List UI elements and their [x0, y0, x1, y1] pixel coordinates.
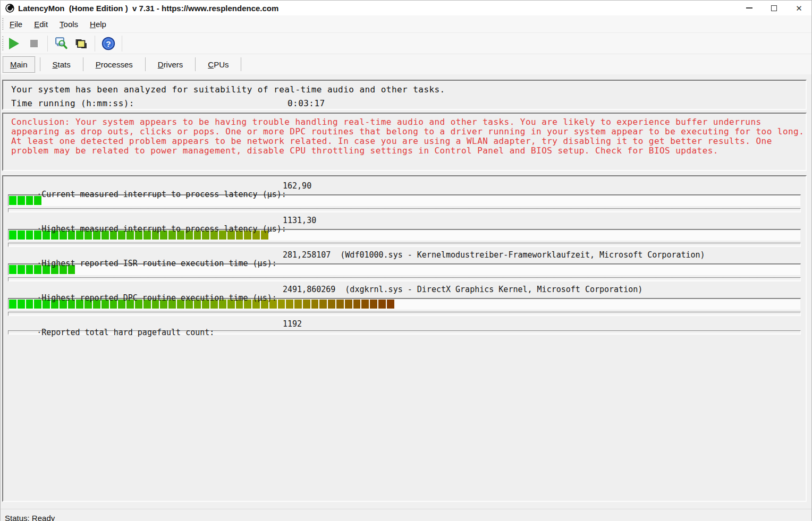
meter-value: 281,258107: [283, 251, 331, 259]
toolbar-separator: [95, 36, 95, 52]
conclusion-text: Conclusion: Your system appears to be ha…: [11, 117, 806, 127]
stop-monitor-button[interactable]: [24, 35, 44, 53]
latencymon-window: LatencyMon (Home Edition ) v 7.31 - http…: [0, 0, 812, 521]
meter-secondary-bar: [8, 243, 801, 247]
question-mark-icon: ?: [102, 37, 115, 50]
window-controls: ✕: [737, 1, 811, 15]
copy-windows-icon: [74, 37, 88, 50]
close-button[interactable]: ✕: [786, 1, 811, 15]
app-icon: [5, 4, 14, 13]
tab-separator: [40, 57, 40, 71]
status-text: Status: Ready: [5, 514, 55, 521]
conclusion-text: At least one detected problem appears to…: [11, 136, 806, 146]
conclusion-text: problem may be related to power manageme…: [11, 146, 806, 156]
minimize-icon: [746, 7, 752, 8]
meter-label-row: ·Highest measured interrupt to process l…: [8, 216, 801, 225]
meter-label-row: ·Reported total hard pagefault count: 11…: [8, 320, 801, 328]
conclusion-panel: Conclusion: Your system appears to be ha…: [2, 113, 807, 171]
start-monitor-button[interactable]: [4, 35, 23, 53]
meter-row: ·Highest reported DPC routine execution …: [8, 285, 801, 316]
bullet-icon: ·: [37, 190, 41, 199]
time-running-label: Time running (h:mm:ss):: [11, 98, 134, 108]
maximize-icon: [771, 5, 777, 11]
play-icon: [9, 38, 19, 49]
meter-secondary-bar: [8, 312, 801, 316]
toolbar-gripper: [2, 36, 4, 50]
meter-value: 1192: [283, 320, 302, 328]
menu-bar: File Edit Tools Help: [1, 15, 811, 33]
status-bar: Status: Ready: [1, 509, 811, 521]
meter-label-row: ·Current measured interrupt to process l…: [8, 182, 801, 190]
meter-label: Current measured interrupt to process la…: [41, 190, 286, 199]
svg-text:?: ?: [106, 39, 111, 48]
minimize-button[interactable]: [737, 1, 762, 15]
meter-label: Highest reported ISR routine execution t…: [41, 259, 277, 268]
analysis-info-panel: Your system has been analyzed for suitab…: [2, 80, 807, 110]
meter-value: 2491,860269: [283, 285, 335, 294]
tab-separator: [145, 57, 146, 71]
toolbar: ?: [1, 33, 811, 54]
meter-label-row: ·Highest reported DPC routine execution …: [8, 285, 801, 294]
tab-cpus[interactable]: CPUs: [200, 56, 236, 73]
meters-panel: ·Current measured interrupt to process l…: [2, 175, 807, 502]
tab-main[interactable]: Main: [3, 56, 35, 73]
title-bar: LatencyMon (Home Edition ) v 7.31 - http…: [1, 1, 811, 15]
tab-separator: [83, 57, 83, 71]
meter-label: Highest reported DPC routine execution t…: [41, 293, 277, 303]
maximize-button[interactable]: [762, 1, 786, 15]
time-running-value: 0:03:17: [287, 98, 325, 109]
conclusion-text: appearing as drop outs, clicks or pops. …: [11, 127, 806, 136]
meter-driver-detail: (Wdf01000.sys - Kernelmodustreiber-Frame…: [340, 251, 705, 259]
meter-row: ·Highest measured interrupt to process l…: [8, 216, 801, 247]
stop-icon: [30, 40, 38, 47]
tab-stats[interactable]: Stats: [45, 56, 78, 73]
help-button[interactable]: ?: [99, 35, 118, 53]
window-title: LatencyMon (Home Edition ) v 7.31 - http…: [18, 4, 278, 13]
meter-row: ·Current measured interrupt to process l…: [8, 182, 801, 212]
meter-label: Highest measured interrupt to process la…: [41, 224, 286, 234]
meter-row: ·Reported total hard pagefault count: 11…: [8, 320, 801, 335]
menu-item-edit[interactable]: Edit: [28, 17, 54, 31]
menu-item-help[interactable]: Help: [84, 17, 112, 31]
main-tab-content: Your system has been analyzed for suitab…: [1, 80, 811, 509]
tab-bar: Main Stats Processes Drivers CPUs: [1, 54, 811, 74]
meter-value: 162,90: [283, 182, 311, 190]
menu-item-tools[interactable]: Tools: [54, 17, 84, 31]
meter-secondary-bar: [8, 277, 801, 281]
tab-separator: [241, 57, 241, 71]
meter-row: ·Highest reported ISR routine execution …: [8, 251, 801, 281]
bullet-icon: ·: [37, 259, 41, 268]
close-icon: ✕: [796, 4, 802, 12]
analyze-system-button[interactable]: [52, 35, 71, 53]
toolbar-separator: [47, 36, 48, 52]
computer-magnifier-icon: [54, 37, 68, 50]
bullet-icon: ·: [37, 224, 41, 234]
meter-value: 1131,30: [283, 216, 316, 225]
time-running-row: Time running (h:mm:ss): 0:03:17: [11, 98, 806, 112]
tab-processes[interactable]: Processes: [88, 56, 140, 73]
tab-separator: [195, 57, 196, 71]
meter-driver-detail: (dxgkrnl.sys - DirectX Graphics Kernel, …: [345, 285, 642, 294]
bullet-icon: ·: [37, 293, 41, 303]
bullet-icon: ·: [37, 328, 41, 337]
menu-item-file[interactable]: File: [4, 17, 28, 31]
meter-secondary-bar: [8, 208, 801, 212]
copy-report-button[interactable]: [72, 35, 91, 53]
analysis-summary-line: Your system has been analyzed for suitab…: [11, 84, 806, 98]
meter-label: Reported total hard pagefault count:: [41, 328, 214, 337]
tab-drivers[interactable]: Drivers: [150, 56, 191, 73]
meter-label-row: ·Highest reported ISR routine execution …: [8, 251, 801, 259]
toolbar-separator: [122, 36, 122, 52]
